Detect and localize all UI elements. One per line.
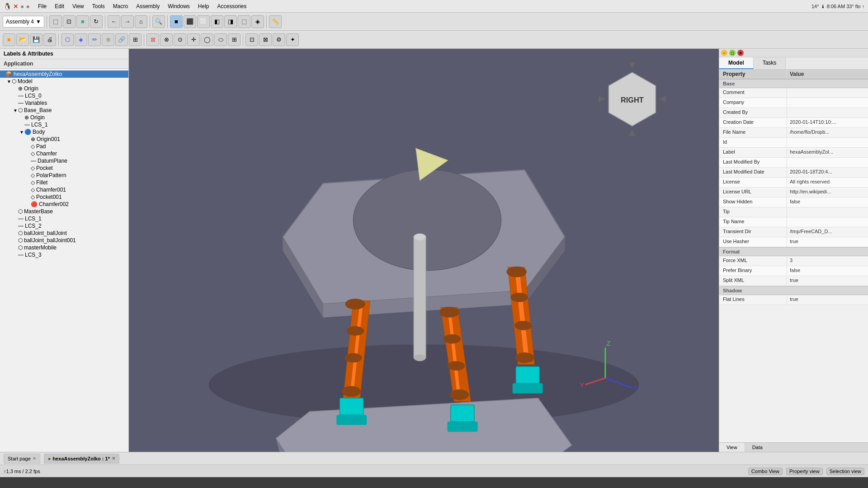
tb-view-back-btn[interactable]: ◨ (224, 15, 237, 28)
tree-item-balljoint-balljoint[interactable]: ⬡ballJoint_ballJoint (0, 230, 128, 237)
tree-item-lcs-3[interactable]: —LCS_3 (0, 251, 128, 258)
tb-rotate-btn[interactable]: ↻ (90, 15, 103, 28)
tree-item-chamfer001[interactable]: ◇Chamfer001 (0, 186, 128, 193)
tb-view-right-btn[interactable]: ⬜ (197, 15, 210, 28)
combo-view-btn[interactable]: Combo View (748, 468, 783, 475)
tree-item-pocket001[interactable]: ◇Pocket001 (0, 193, 128, 201)
tb-ext-btn[interactable]: ⊕ (102, 33, 114, 46)
tree-item-polarpattern[interactable]: ◇PolarPattern (0, 172, 128, 179)
tb-sketch-btn[interactable]: ✏ (88, 33, 101, 46)
tree-item-lcs-1[interactable]: —LCS_1 (0, 121, 128, 128)
tb-part-btn[interactable]: ⬡ (61, 33, 74, 46)
tb-measure-btn[interactable]: 📏 (269, 15, 282, 28)
tab-view[interactable]: View (719, 443, 745, 452)
tb-body-btn[interactable]: ◈ (75, 33, 87, 46)
tree-item-pad[interactable]: ◇Pad (0, 143, 128, 150)
tree-item-origin[interactable]: ⊕Origin (0, 114, 128, 121)
menubar: 🐧 ✕ ● ● File Edit View Tools Macro Assem… (0, 0, 868, 13)
tree-item-fillet[interactable]: ◇Fillet (0, 179, 128, 186)
tree-item-lcs-1[interactable]: —LCS_1 (0, 215, 128, 222)
tree-item-chamfer[interactable]: ◇Chamfer (0, 150, 128, 157)
tb-view-left-btn[interactable]: ◧ (211, 15, 223, 28)
tb-view-iso-btn[interactable]: ◈ (251, 15, 264, 28)
viewport-3d[interactable]: RIGHT X Z Y (129, 49, 719, 452)
tb-box-btn[interactable]: ■ (76, 15, 89, 28)
tb-fix-btn[interactable]: ⊙ (174, 33, 186, 46)
tb-group-btn[interactable]: ⊞ (129, 33, 142, 46)
tab-model[interactable]: Model (719, 57, 754, 69)
tb-print-btn[interactable]: 🖨 (43, 33, 56, 46)
tb-constraint-btn[interactable]: ⊗ (160, 33, 173, 46)
tree-item-origin001[interactable]: ⊕Origin001 (0, 136, 128, 143)
tree-arrow[interactable]: ▼ (6, 79, 12, 84)
tree-item-label: Base_Base (24, 107, 52, 113)
tree-item-body[interactable]: ▼🔵Body (0, 128, 128, 136)
tb-axis-btn[interactable]: ✛ (187, 33, 200, 46)
prop-value (787, 217, 868, 227)
tree-item-masterbase[interactable]: ⬡MasterBase (0, 208, 128, 215)
tree-item-balljoint-balljoint001[interactable]: ⬡ballJoint_ballJoint001 (0, 237, 128, 244)
tb-save-btn[interactable]: 💾 (30, 33, 42, 46)
start-page-close[interactable]: ✕ (33, 456, 36, 461)
tb-import-btn[interactable]: ⊠ (259, 33, 272, 46)
tree-item-hexaassemblyzolko[interactable]: 📦hexaAssemblyZolko (0, 70, 128, 78)
tb-open-btn[interactable]: 📂 (16, 33, 29, 46)
win-close-btn[interactable]: ✕ (737, 50, 744, 56)
tb-circle-btn[interactable]: ◯ (201, 33, 213, 46)
menu-file[interactable]: File (34, 2, 50, 10)
tb-lcs-btn[interactable]: ⊞ (228, 33, 241, 46)
menu-view[interactable]: View (69, 2, 88, 10)
menu-assembly[interactable]: Assembly (132, 2, 163, 10)
tree-item-pocket[interactable]: ◇Pocket (0, 164, 128, 172)
tree-area[interactable]: 📦hexaAssemblyZolko▼⬡Model⊕Origin—LCS_0—V… (0, 69, 128, 452)
tb-settings-btn[interactable]: ⚙ (273, 33, 285, 46)
hexa-assembly-close[interactable]: ✕ (112, 456, 115, 461)
tab-start-page[interactable]: Start page ✕ (4, 454, 40, 464)
tree-item-origin[interactable]: ⊕Origin (0, 85, 128, 92)
assembly-dropdown[interactable]: Assembly 4 ▼ (3, 16, 44, 28)
tb-view-front-btn[interactable]: ■ (170, 15, 183, 28)
prop-row: Force XML3 (719, 256, 868, 266)
tb-place-btn[interactable]: ⊠ (146, 33, 159, 46)
tb-view-top-btn[interactable]: ⬛ (184, 15, 196, 28)
tb-link-btn[interactable]: 🔗 (115, 33, 128, 46)
tree-item-mastermobile[interactable]: ⬡masterMobile (0, 244, 128, 251)
tree-item-chamfer002[interactable]: 🔴Chamfer002 (0, 201, 128, 208)
tb-zoom-btn[interactable]: 🔍 (152, 15, 165, 28)
tree-item-label: masterMobile (24, 244, 57, 251)
app-close-icon[interactable]: ✕ (13, 3, 19, 10)
menu-accessories[interactable]: Accessories (214, 2, 250, 10)
tree-item-label: LCS_1 (25, 216, 42, 222)
tb-new-btn[interactable]: ■ (3, 33, 15, 46)
tb-select-btn[interactable]: ⬚ (49, 15, 62, 28)
property-view-btn[interactable]: Property view (786, 468, 823, 475)
menu-help[interactable]: Help (194, 2, 213, 10)
tb-select2-btn[interactable]: ⊡ (63, 15, 75, 28)
tb-back-btn[interactable]: ← (108, 15, 120, 28)
tab-data[interactable]: Data (745, 443, 770, 452)
menu-edit[interactable]: Edit (51, 2, 68, 10)
win-maximize-btn[interactable]: □ (729, 50, 736, 56)
tb-home-btn[interactable]: ⌂ (135, 15, 147, 28)
tree-item-lcs-2[interactable]: —LCS_2 (0, 222, 128, 230)
menu-macro[interactable]: Macro (109, 2, 132, 10)
tb-extra-btn[interactable]: ✦ (286, 33, 299, 46)
menu-tools[interactable]: Tools (89, 2, 108, 10)
tb-view-bottom-btn[interactable]: ⬚ (238, 15, 250, 28)
tree-item-model[interactable]: ▼⬡Model (0, 78, 128, 85)
tb-fwd-btn[interactable]: → (121, 15, 134, 28)
menu-windows[interactable]: Windows (164, 2, 193, 10)
tab-tasks[interactable]: Tasks (754, 57, 786, 69)
win-minimize-btn[interactable]: − (721, 50, 727, 56)
tree-item-lcs-0[interactable]: —LCS_0 (0, 92, 128, 99)
tree-arrow[interactable]: ▼ (19, 130, 24, 135)
tb-export-btn[interactable]: ⊡ (245, 33, 258, 46)
tb-ellipse-btn[interactable]: ⬭ (214, 33, 227, 46)
tree-item-variables[interactable]: —Variables (0, 99, 128, 107)
tab-hexa-assembly[interactable]: ● hexaAssemblyZolko : 1* ✕ (44, 454, 119, 464)
tree-arrow[interactable]: ▼ (13, 108, 18, 113)
right-panel: − □ ✕ Model Tasks Property Value Base Co… (719, 49, 868, 452)
selection-view-btn[interactable]: Selection view (826, 468, 864, 475)
tree-item-datumplane[interactable]: —DatumPlane (0, 157, 128, 164)
tree-item-base-base[interactable]: ▼⬡Base_Base (0, 107, 128, 114)
